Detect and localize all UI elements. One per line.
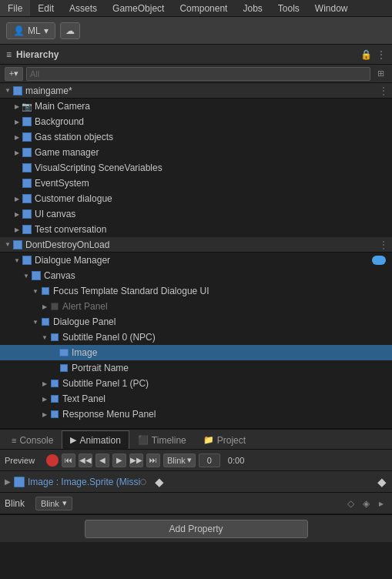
expand-arrow-canvas[interactable] (22, 271, 31, 280)
animation-icon: ▶ (70, 435, 76, 445)
blink-dropdown[interactable]: Blink ▾ (35, 497, 72, 510)
tree-item-subtitle-0[interactable]: Subtitle Panel 0 (NPC) (0, 330, 392, 345)
search-icon[interactable]: ⊞ (374, 67, 387, 81)
next-button[interactable]: ▶▶ (129, 453, 143, 467)
sprite-dot-icon (140, 479, 146, 485)
item-label-portrait-name: Portrait Name (72, 363, 129, 373)
expand-arrow-dont-destroy[interactable] (3, 240, 12, 249)
menu-component[interactable]: Component (172, 0, 235, 16)
expand-arrow-response-menu[interactable] (40, 410, 49, 419)
next-end-button[interactable]: ⏭ (146, 453, 160, 467)
tree-item-event-system[interactable]: EventSystem (0, 176, 392, 191)
frame-input[interactable] (199, 453, 220, 467)
blue-badge-dialogue-manager (372, 256, 386, 265)
item-label-customer: Customer dialogue (35, 193, 112, 204)
tree-item-dialogue-panel[interactable]: Dialogue Panel (0, 314, 392, 330)
record-button[interactable] (46, 454, 59, 467)
expand-arrow-test-conv[interactable] (12, 225, 22, 234)
expand-arrow-subtitle-1[interactable] (40, 379, 49, 388)
expand-arrow-gas-station[interactable] (12, 132, 22, 142)
tree-item-gas-station[interactable]: Gas station objects (0, 129, 392, 145)
cube-icon-focus-template (40, 286, 51, 296)
menu-window[interactable]: Window (307, 0, 356, 16)
ml-label: ML (28, 25, 41, 36)
search-input[interactable] (26, 67, 370, 81)
menu-file[interactable]: File (0, 0, 30, 16)
tree-item-dialogue-manager[interactable]: Dialogue Manager (0, 253, 392, 268)
tree-item-image[interactable]: Image (0, 345, 392, 360)
tree-item-ui-canvas[interactable]: UI canvas (0, 206, 392, 222)
cube-icon-maingame (12, 85, 23, 96)
expand-arrow-main-camera[interactable] (12, 102, 22, 111)
tree-item-focus-template[interactable]: Focus Template Standard Dialogue UI (0, 283, 392, 299)
tree-item-canvas[interactable]: Canvas (0, 268, 392, 283)
menu-tools[interactable]: Tools (270, 0, 307, 16)
hierarchy-header: ≡ Hierarchy 🔒 ⋮ (0, 45, 392, 65)
options-icon[interactable]: ⋮ (377, 49, 386, 60)
tab-project[interactable]: 📁 Project (195, 430, 254, 449)
tree-item-customer[interactable]: Customer dialogue (0, 191, 392, 206)
add-keyframe-icon[interactable]: ◇ (344, 497, 357, 510)
menu-jobs[interactable]: Jobs (235, 0, 270, 16)
hierarchy-icon: ≡ (6, 49, 12, 60)
prev-frame-button[interactable]: ◀◀ (79, 453, 92, 467)
expand-arrow-dialogue-panel[interactable] (31, 317, 40, 326)
item-label-background: Background (35, 116, 84, 127)
tree-item-visual-scripting[interactable]: VisualScripting SceneVariables (0, 160, 392, 176)
kebab-menu-maingame[interactable]: ⋮ (378, 85, 389, 97)
tree-item-test-conv[interactable]: Test conversation (0, 222, 392, 237)
prev-start-button[interactable]: ⏮ (62, 453, 75, 467)
prev-button[interactable]: ◀ (95, 453, 109, 467)
add-button[interactable]: +▾ (5, 67, 23, 81)
tree-item-background[interactable]: Background (0, 114, 392, 129)
menu-assets[interactable]: Assets (62, 0, 105, 16)
tree-item-portrait-name[interactable]: Portrait Name (0, 360, 392, 376)
hierarchy-header-icons: 🔒 ⋮ (360, 49, 386, 60)
ml-button[interactable]: 👤 ML ▾ (6, 22, 55, 39)
expand-arrow-text-panel[interactable] (40, 394, 49, 403)
tree-item-alert-panel[interactable]: Alert Panel (0, 299, 392, 314)
expand-arrow-customer[interactable] (12, 194, 22, 203)
tree-item-maingame[interactable]: maingame* ⋮ (0, 83, 392, 99)
lock-icon[interactable]: 🔒 (360, 49, 372, 60)
menu-gameobject[interactable]: GameObject (105, 0, 172, 16)
tree-item-response-menu[interactable]: Response Menu Panel (0, 407, 392, 422)
sprite-timeline-area (149, 471, 387, 492)
sprite-track-row: ▶ Image : Image.Sprite (Missi (0, 471, 392, 493)
tab-bar: ≡ Console ▶ Animation ⬛ Timeline 📁 Proje… (0, 430, 392, 450)
tree-item-game-manager[interactable]: Game manager (0, 145, 392, 160)
menu-edit[interactable]: Edit (30, 0, 62, 16)
tab-console[interactable]: ≡ Console (3, 430, 62, 449)
tab-label-animation: Animation (79, 435, 120, 446)
chevron-icon: ▾ (187, 455, 192, 465)
preview-label: Preview (5, 456, 43, 465)
tree-item-subtitle-1[interactable]: Subtitle Panel 1 (PC) (0, 376, 392, 391)
expand-arrow-background[interactable] (12, 117, 22, 126)
auto-keyframe-icon[interactable]: ◈ (360, 497, 372, 510)
keyframe-diamond-2 (377, 478, 386, 487)
animation-controls-row: Preview ⏮ ◀◀ ◀ ▶ ▶▶ ⏭ Blink ▾ 0:00 (0, 450, 392, 471)
expand-arrow-dialogue-manager[interactable] (12, 256, 22, 265)
kebab-menu-dont-destroy[interactable]: ⋮ (378, 239, 389, 251)
expand-arrow-maingame[interactable] (3, 86, 12, 95)
item-label-gas-station: Gas station objects (35, 132, 113, 142)
item-label-dialogue-manager: Dialogue Manager (35, 255, 110, 266)
blink-clip-dropdown[interactable]: Blink ▾ (163, 453, 196, 467)
tree-item-main-camera[interactable]: 📷 Main Camera (0, 99, 392, 114)
tab-timeline[interactable]: ⬛ Timeline (129, 430, 195, 449)
tree-item-text-panel[interactable]: Text Panel (0, 391, 392, 407)
play-button[interactable]: ▶ (112, 453, 126, 467)
expand-arrow-focus-template[interactable] (31, 286, 40, 296)
cloud-button[interactable]: ☁ (60, 22, 80, 39)
expand-arrow-subtitle-0[interactable] (40, 333, 49, 342)
expand-arrow-ui-canvas[interactable] (12, 209, 22, 219)
expand-arrow-alert-panel[interactable] (40, 302, 49, 311)
time-display: 0:00 (228, 456, 244, 465)
tab-animation[interactable]: ▶ Animation (62, 430, 129, 449)
expand-arrow-game-manager[interactable] (12, 148, 22, 157)
tab-label-project: Project (217, 435, 246, 446)
curves-icon[interactable]: ▸ (375, 497, 387, 510)
add-property-button[interactable]: Add Property (85, 520, 308, 538)
tree-item-dont-destroy[interactable]: DontDestroyOnLoad ⋮ (0, 237, 392, 253)
timeline-icon: ⬛ (138, 435, 149, 445)
